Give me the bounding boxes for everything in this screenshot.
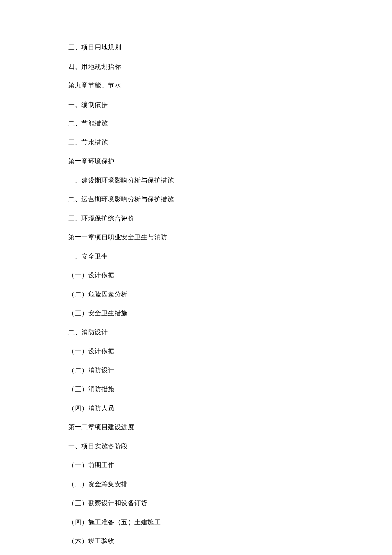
- toc-line: 第十章环境保护: [68, 157, 324, 166]
- toc-line: 四、用地规划指标: [68, 62, 324, 72]
- toc-line: 一、项目实施各阶段: [68, 442, 324, 451]
- toc-line: 一、建设期环境影响分析与保护措施: [68, 176, 324, 186]
- toc-line: （三）勘察设计和设备订货: [68, 498, 324, 508]
- toc-line: （六）竣工验收: [68, 536, 324, 546]
- toc-line: 二、消防设计: [68, 328, 324, 337]
- toc-line: （三）消防措施: [68, 384, 324, 394]
- toc-line: 二、运营期环境影响分析与保护措施: [68, 195, 324, 204]
- toc-line: （一）前期工作: [68, 460, 324, 470]
- toc-line: 三、项目用地规划: [68, 43, 324, 52]
- toc-line: （一）设计依据: [68, 270, 324, 280]
- toc-line: 一、安全卫生: [68, 252, 324, 262]
- toc-line: （四）施工准备（五）土建施工: [68, 517, 324, 527]
- toc-line: 第九章节能、节水: [68, 81, 324, 90]
- toc-line: 第十一章项目职业安全卫生与消防: [68, 232, 324, 242]
- page-content: 三、项目用地规划 四、用地规划指标 第九章节能、节水 一、编制依据 二、节能措施…: [0, 0, 392, 555]
- toc-line: （二）资金筹集安排: [68, 479, 324, 489]
- toc-line: （二）危险因素分析: [68, 290, 324, 299]
- toc-line: （四）消防人员: [68, 404, 324, 413]
- toc-line: 二、节能措施: [68, 119, 324, 128]
- toc-line: 第十二章项目建设进度: [68, 422, 324, 432]
- toc-line: 一、编制依据: [68, 100, 324, 110]
- toc-line: 三、节水措施: [68, 138, 324, 148]
- toc-line: （二）消防设计: [68, 366, 324, 375]
- toc-line: 三、环境保护综合评价: [68, 214, 324, 224]
- toc-line: （一）设计依据: [68, 346, 324, 356]
- toc-line: （三）安全卫生措施: [68, 308, 324, 318]
